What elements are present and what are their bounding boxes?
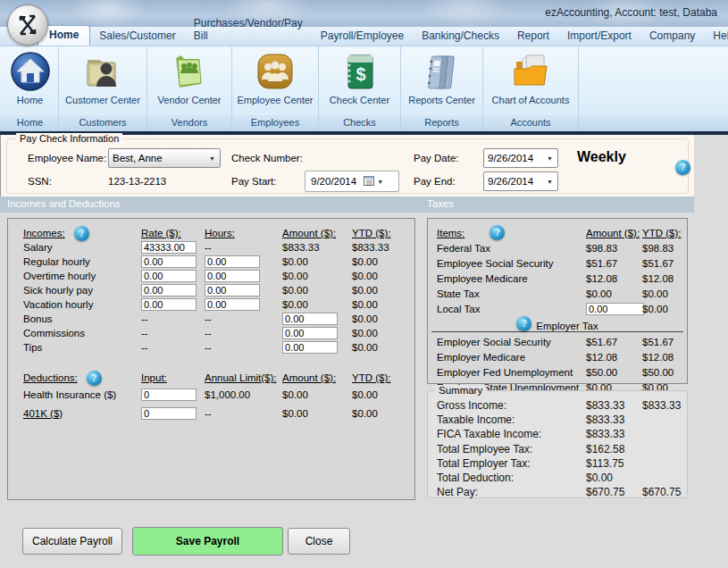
income-label: Bonus bbox=[23, 313, 141, 324]
deductions-help-icon[interactable]: ? bbox=[87, 371, 102, 386]
taxes-help-icon[interactable]: ? bbox=[490, 225, 505, 240]
ribbon-toolbar: Home Home Customer Center bbox=[0, 46, 728, 131]
rate-col-header: Rate ($): bbox=[141, 228, 205, 238]
employee-center-button[interactable]: Employee Center bbox=[232, 46, 318, 113]
income-rate: -- bbox=[141, 328, 205, 338]
employer-tax-title: Employer Tax bbox=[536, 321, 598, 331]
menu-sales-customer[interactable]: Sales/Customer bbox=[90, 27, 184, 46]
summary-amount: $833.33 bbox=[586, 399, 642, 412]
regular-hours-input[interactable] bbox=[205, 255, 260, 268]
overtime-hours-input[interactable] bbox=[205, 270, 260, 282]
deduction-amount: $0.00 bbox=[282, 389, 352, 400]
customer-center-label: Customer Center bbox=[65, 95, 140, 105]
check-center-button[interactable]: $ Check Center bbox=[319, 46, 400, 113]
employee-name-select[interactable]: Best, Anne ▼ bbox=[108, 148, 221, 168]
vendor-center-label: Vendor Center bbox=[158, 95, 222, 105]
ribbon-group-customers: Customers bbox=[59, 113, 146, 131]
vacation-rate-input[interactable] bbox=[141, 298, 197, 311]
menu-banking-checks[interactable]: Banking/Checks bbox=[413, 27, 508, 46]
sick-rate-input[interactable] bbox=[141, 284, 197, 297]
ribbon-cell-customers: Customer Center Customers bbox=[59, 46, 147, 131]
menu-company[interactable]: Company bbox=[640, 27, 704, 46]
deduction-ytd: $0.00 bbox=[352, 389, 378, 400]
app-logo-icon bbox=[14, 12, 41, 38]
ribbon-cell-vendors: Vendor Center Vendors bbox=[147, 46, 232, 131]
reports-center-label: Reports Center bbox=[408, 95, 475, 105]
deduction-limit: -- bbox=[205, 408, 282, 419]
income-row-overtime-hourly: Overtime hourly $0.00 $0.00 bbox=[8, 269, 414, 283]
summary-ytd: $670.75 bbox=[642, 486, 681, 498]
tax-amount: $12.08 bbox=[586, 352, 642, 363]
salary-rate-input[interactable] bbox=[141, 241, 197, 254]
tax-amount: $12.08 bbox=[586, 273, 642, 284]
pay-date-select[interactable]: 9/26/2014 ▼ bbox=[483, 148, 558, 168]
items-col-header: Items: bbox=[437, 228, 464, 238]
income-hours: -- bbox=[205, 242, 282, 253]
income-amount: $0.00 bbox=[282, 285, 352, 296]
pay-start-datepicker[interactable]: 9/20/2014 ▼ bbox=[305, 171, 399, 192]
customer-center-button[interactable]: Customer Center bbox=[59, 46, 146, 113]
bonus-amount-input[interactable] bbox=[282, 313, 338, 325]
pay-end-select[interactable]: 9/26/2014 ▼ bbox=[483, 171, 558, 191]
summary-row-deduction: Total Deduction: $0.00 bbox=[428, 471, 687, 485]
app-logo-button[interactable] bbox=[7, 4, 48, 46]
tax-amount: $0.00 bbox=[586, 288, 642, 299]
tax-label: State Tax bbox=[437, 288, 586, 299]
summary-amount: $162.58 bbox=[586, 443, 642, 455]
overtime-rate-input[interactable] bbox=[141, 270, 197, 282]
tax-amount: $98.83 bbox=[586, 243, 642, 254]
summary-label: Total Deduction: bbox=[437, 472, 586, 484]
income-amount: $0.00 bbox=[282, 299, 352, 310]
tax-ytd: $98.83 bbox=[642, 243, 674, 254]
menu-purchases-vendor[interactable]: Purchases/Vendor/Pay Bill bbox=[185, 14, 312, 46]
vacation-hours-input[interactable] bbox=[205, 298, 260, 311]
summary-amount: $833.33 bbox=[586, 428, 642, 440]
deductions-header-row: Deductions: ? Input: Annual Limit($): Am… bbox=[8, 371, 414, 385]
save-payroll-button[interactable]: Save Payroll bbox=[132, 527, 283, 555]
summary-row-gross: Gross Income: $833.33 $833.33 bbox=[428, 398, 687, 413]
ded-amount-col-header: Amount ($): bbox=[282, 372, 352, 383]
summary-row-fica: FICA Taxable Income: $833.33 bbox=[428, 427, 687, 441]
summary-amount: $0.00 bbox=[586, 472, 642, 484]
income-label: Tips bbox=[23, 342, 141, 353]
summary-label: Gross Income: bbox=[437, 399, 586, 412]
summary-amount: $833.33 bbox=[586, 413, 642, 426]
ribbon-group-accounts: Accounts bbox=[483, 113, 578, 131]
employer-tax-help-icon[interactable]: ? bbox=[516, 316, 531, 331]
tax-label: Employee Medicare bbox=[437, 273, 586, 284]
sick-hours-input[interactable] bbox=[205, 284, 260, 297]
paycheck-info-title: Pay Check Information bbox=[16, 133, 122, 144]
tips-amount-input[interactable] bbox=[282, 341, 338, 354]
tax-label: Employer Medicare bbox=[437, 352, 586, 363]
chart-of-accounts-button[interactable]: Chart of Accounts bbox=[483, 46, 578, 113]
check-book-icon: $ bbox=[339, 50, 381, 93]
menu-payroll-employee[interactable]: Payroll/Employee bbox=[312, 27, 413, 46]
401k-link[interactable]: 401K ($) bbox=[23, 408, 63, 419]
ribbon-cell-checks: $ Check Center Checks bbox=[319, 46, 401, 131]
income-rate: -- bbox=[141, 342, 205, 353]
incomes-help-icon[interactable]: ? bbox=[74, 226, 89, 241]
employees-icon bbox=[254, 50, 297, 93]
menu-help[interactable]: Help bbox=[704, 27, 728, 46]
menu-report[interactable]: Report bbox=[508, 27, 558, 46]
ssn-label: SSN: bbox=[28, 176, 52, 187]
commissions-amount-input[interactable] bbox=[282, 327, 338, 339]
regular-rate-input[interactable] bbox=[141, 255, 197, 268]
income-hours: -- bbox=[205, 328, 282, 338]
income-ytd: $0.00 bbox=[352, 285, 378, 296]
local-tax-input[interactable] bbox=[586, 303, 644, 315]
reports-center-button[interactable]: Reports Center bbox=[401, 46, 482, 113]
menu-import-export[interactable]: Import/Export bbox=[558, 27, 640, 46]
help-globe-icon[interactable]: ? bbox=[675, 160, 690, 175]
close-button[interactable]: Close bbox=[288, 528, 350, 555]
401k-input[interactable] bbox=[141, 407, 197, 420]
income-row-commissions: Commissions -- -- $0.00 bbox=[8, 326, 414, 340]
calculate-payroll-button[interactable]: Calculate Payroll bbox=[22, 528, 122, 555]
home-button[interactable]: Home bbox=[2, 46, 58, 113]
chevron-down-icon: ▼ bbox=[377, 179, 383, 185]
vendor-center-button[interactable]: Vendor Center bbox=[147, 46, 231, 113]
income-ytd: $0.00 bbox=[352, 328, 378, 338]
ribbon-cell-reports: Reports Center Reports bbox=[401, 46, 483, 131]
health-insurance-input[interactable] bbox=[141, 388, 197, 401]
ribbon-group-reports: Reports bbox=[401, 113, 482, 131]
